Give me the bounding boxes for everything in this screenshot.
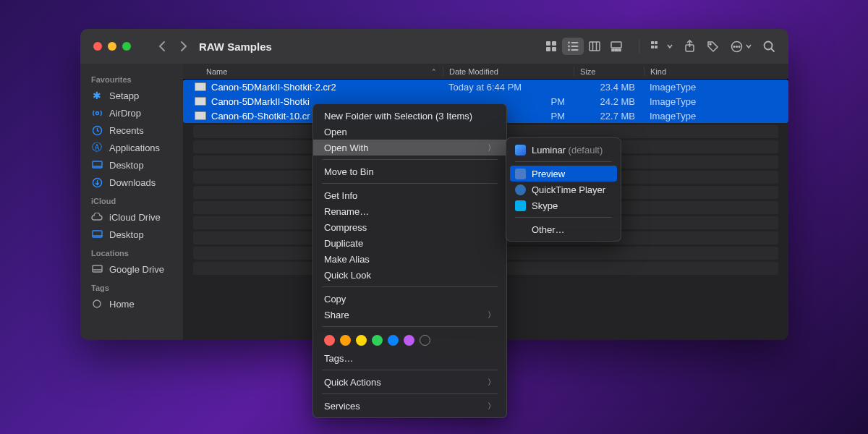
sidebar-item-google-drive[interactable]: Google Drive [80, 260, 183, 278]
luminar-icon [515, 145, 526, 156]
share-button[interactable] [684, 40, 695, 53]
svg-point-27 [765, 41, 773, 49]
column-name[interactable]: Name⌃ [183, 67, 443, 76]
ctx-quick-look[interactable]: Quick Look [313, 267, 506, 283]
sidebar-item-recents[interactable]: Recents [80, 122, 183, 139]
sidebar-item-icloud-desktop[interactable]: Desktop [80, 226, 183, 243]
ctx-copy[interactable]: Copy [313, 291, 506, 307]
sub-skype[interactable]: Skype [506, 197, 621, 213]
sidebar-item-setapp[interactable]: ✱Setapp [80, 87, 183, 104]
forward-button[interactable] [179, 41, 187, 52]
chevron-right-icon: 〉 [488, 142, 495, 153]
ctx-quick-actions[interactable]: Quick Actions〉 [313, 374, 506, 390]
svg-line-28 [771, 48, 775, 52]
back-button[interactable] [158, 41, 166, 52]
downloads-icon [91, 176, 103, 188]
column-size[interactable]: Size [574, 67, 644, 76]
search-button[interactable] [763, 41, 775, 53]
svg-rect-7 [571, 46, 579, 47]
sidebar-item-desktop[interactable]: Desktop [80, 156, 183, 174]
svg-rect-16 [618, 49, 621, 51]
sidebar-section-icloud: iCloud [80, 191, 183, 208]
sub-default-app[interactable]: Luminar (default) [506, 142, 621, 158]
sub-other[interactable]: Other… [506, 221, 621, 237]
toolbar [540, 38, 788, 55]
ctx-rename[interactable]: Rename… [313, 203, 506, 219]
file-thumb-icon [195, 82, 206, 91]
svg-point-26 [739, 46, 740, 47]
nav-controls [158, 41, 187, 52]
ctx-make-alias[interactable]: Make Alias [313, 251, 506, 267]
ctx-tag-colors [313, 331, 506, 350]
svg-rect-10 [590, 42, 600, 51]
ctx-new-folder[interactable]: New Folder with Selection (3 Items) [313, 108, 506, 124]
svg-point-29 [95, 111, 98, 114]
sidebar-item-downloads[interactable]: Downloads [80, 174, 183, 191]
desktop-icon [91, 159, 103, 171]
ctx-share[interactable]: Share〉 [313, 307, 506, 323]
skype-icon [515, 200, 526, 211]
chevron-right-icon: 〉 [488, 310, 495, 320]
column-date[interactable]: Date Modified [443, 67, 574, 76]
svg-point-4 [568, 42, 570, 44]
file-row[interactable]: Canon-5DMarkII-Shotkit-2.cr2 Today at 6:… [183, 80, 788, 94]
drive-icon [91, 263, 103, 275]
titlebar: RAW Samples [80, 29, 788, 64]
ctx-duplicate[interactable]: Duplicate [313, 235, 506, 251]
sidebar-item-airdrop[interactable]: AirDrop [80, 104, 183, 122]
ctx-open-with[interactable]: Open With〉 [313, 140, 506, 156]
svg-rect-3 [552, 47, 556, 51]
tag-green[interactable] [372, 335, 383, 346]
sub-quicktime[interactable]: QuickTime Player [506, 182, 621, 197]
tag-purple[interactable] [404, 335, 414, 346]
close-button[interactable] [93, 42, 102, 51]
tag-blue[interactable] [388, 335, 399, 346]
ctx-move-to-bin[interactable]: Move to Bin [313, 163, 506, 179]
tag-icon [91, 298, 103, 310]
action-button[interactable] [731, 41, 752, 53]
svg-rect-17 [651, 41, 654, 44]
sub-preview[interactable]: Preview [510, 166, 617, 182]
setapp-icon: ✱ [91, 90, 103, 101]
sidebar-item-applications[interactable]: ⒶApplications [80, 139, 183, 156]
preview-icon [515, 169, 526, 179]
ctx-open[interactable]: Open [313, 124, 506, 140]
chevron-right-icon: 〉 [488, 401, 495, 412]
svg-point-24 [733, 46, 735, 47]
column-kind[interactable]: Kind [644, 67, 788, 76]
group-button[interactable] [651, 41, 673, 52]
svg-point-6 [568, 46, 570, 48]
sidebar-item-icloud-drive[interactable]: iCloud Drive [80, 208, 183, 226]
svg-rect-9 [571, 49, 579, 51]
icon-view-icon[interactable] [540, 38, 562, 55]
ctx-services[interactable]: Services〉 [313, 398, 506, 414]
quicktime-icon [515, 184, 526, 195]
apps-icon: Ⓐ [91, 142, 103, 153]
tag-yellow[interactable] [356, 335, 367, 346]
open-with-submenu: Luminar (default) Preview QuickTime Play… [506, 137, 621, 242]
sort-indicator-icon: ⌃ [431, 68, 437, 75]
svg-rect-14 [612, 49, 614, 51]
svg-point-25 [736, 46, 738, 47]
ctx-get-info[interactable]: Get Info [313, 187, 506, 203]
column-view-icon[interactable] [584, 38, 605, 55]
ctx-compress[interactable]: Compress [313, 219, 506, 235]
minimize-button[interactable] [108, 42, 116, 51]
file-thumb-icon [195, 97, 206, 106]
svg-rect-2 [546, 47, 550, 51]
svg-rect-0 [546, 41, 550, 46]
tags-button[interactable] [707, 41, 719, 53]
sidebar-section-tags: Tags [80, 278, 183, 295]
zoom-button[interactable] [122, 42, 131, 51]
tag-red[interactable] [324, 335, 335, 346]
tag-none[interactable] [420, 335, 430, 346]
sidebar-section-locations: Locations [80, 243, 183, 260]
view-switcher[interactable] [540, 38, 627, 55]
tag-orange[interactable] [340, 335, 351, 346]
list-view-icon[interactable] [562, 38, 584, 55]
window-controls [80, 42, 131, 51]
svg-rect-15 [616, 49, 618, 51]
sidebar-item-tag-home[interactable]: Home [80, 295, 183, 312]
ctx-tags[interactable]: Tags… [313, 350, 506, 366]
gallery-view-icon[interactable] [605, 38, 627, 55]
